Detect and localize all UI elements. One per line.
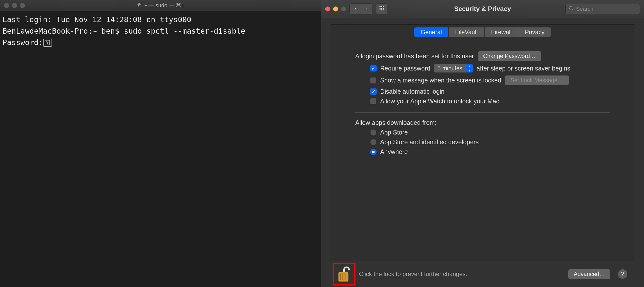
tab-segment: General FileVault Firewall Privacy [414, 27, 551, 37]
show-message-checkbox[interactable] [370, 77, 377, 84]
svg-point-9 [569, 6, 572, 9]
system-preferences-window: ‹ › Security & Privacy Search [321, 0, 644, 287]
help-icon: ? [621, 270, 624, 277]
zoom-button[interactable] [341, 7, 346, 12]
svg-point-1 [381, 6, 382, 7]
set-lock-message-button[interactable]: Set Lock Message… [504, 75, 569, 86]
svg-point-7 [381, 10, 382, 10]
grid-icon [379, 6, 384, 13]
search-icon [568, 6, 574, 12]
terminal-title-text: ~ — sudo — ⌘1 [144, 2, 184, 9]
require-password-label: Require password [380, 65, 430, 72]
search-input[interactable]: Search [565, 4, 640, 14]
unlock-icon[interactable] [336, 265, 352, 283]
radio-anywhere-row: Anywhere [355, 148, 610, 155]
radio-anywhere[interactable] [370, 149, 377, 155]
login-password-row: A login password has been set for this u… [355, 51, 610, 61]
svg-point-6 [380, 10, 380, 10]
advanced-button[interactable]: Advanced… [568, 269, 611, 279]
popup-stepper-icon: ▲▼ [466, 64, 473, 73]
allow-watch-checkbox[interactable] [370, 98, 377, 105]
home-icon [137, 2, 142, 9]
radio-app-store-row: App Store [355, 129, 610, 136]
tab-privacy[interactable]: Privacy [518, 28, 551, 37]
allow-watch-row: Allow your Apple Watch to unlock your Ma… [355, 98, 610, 105]
svg-point-4 [381, 8, 382, 9]
disable-auto-login-label: Disable automatic login [380, 88, 444, 95]
close-button[interactable] [325, 7, 330, 12]
tab-bar: General FileVault Firewall Privacy [330, 25, 635, 37]
lock-help-text: Click the lock to prevent further change… [359, 270, 467, 277]
svg-point-3 [380, 8, 380, 9]
terminal-title: ~ — sudo — ⌘1 [0, 2, 321, 9]
svg-point-0 [380, 6, 380, 7]
require-password-suffix: after sleep or screen saver begins [476, 65, 570, 72]
radio-anywhere-label: Anywhere [380, 148, 408, 155]
forward-button[interactable]: › [361, 4, 372, 15]
radio-identified-label: App Store and identified developers [380, 139, 479, 146]
general-pane: A login password has been set for this u… [330, 37, 635, 165]
require-password-checkbox[interactable]: ✓ [370, 65, 377, 72]
login-password-text: A login password has been set for this u… [355, 53, 474, 60]
prefs-footer: Click the lock to prevent further change… [330, 261, 635, 287]
terminal-password-prompt: Password: [2, 38, 43, 47]
help-button[interactable]: ? [618, 269, 628, 279]
back-button[interactable]: ‹ [350, 4, 361, 15]
minimize-button[interactable] [12, 3, 17, 8]
change-password-button[interactable]: Change Password… [478, 51, 542, 61]
svg-line-10 [572, 9, 573, 10]
prefs-traffic-lights [325, 7, 346, 12]
disable-auto-login-row: ✓ Disable automatic login [355, 88, 610, 95]
terminal-line-2: BenLawdeMacBook-Pro:~ ben$ sudo spctl --… [2, 27, 245, 35]
prefs-body: General FileVault Firewall Privacy A log… [321, 18, 644, 287]
show-message-label: Show a message when the screen is locked [380, 77, 501, 84]
prefs-toolbar: ‹ › Security & Privacy Search [321, 0, 644, 18]
zoom-button[interactable] [20, 3, 25, 8]
radio-app-store-label: App Store [380, 129, 408, 136]
svg-point-2 [383, 6, 384, 7]
allow-apps-heading: Allow apps downloaded from: [355, 119, 437, 126]
chevron-right-icon: › [366, 6, 368, 13]
terminal-traffic-lights [0, 3, 25, 8]
require-password-delay-popup[interactable]: 5 minutes ▲▼ [434, 64, 473, 73]
disable-auto-login-checkbox[interactable]: ✓ [370, 88, 377, 95]
lock-highlight [332, 262, 356, 285]
close-button[interactable] [4, 3, 9, 8]
require-password-delay-value: 5 minutes [434, 65, 466, 72]
prefs-pane: General FileVault Firewall Privacy A log… [330, 25, 635, 261]
tab-general[interactable]: General [414, 28, 448, 37]
terminal-line-1: Last login: Tue Nov 12 14:28:08 on ttys0… [2, 15, 192, 24]
terminal-titlebar: ~ — sudo — ⌘1 [0, 0, 321, 11]
svg-point-5 [383, 8, 384, 9]
minimize-button[interactable] [333, 7, 338, 12]
key-icon: ⚿ [43, 39, 52, 47]
allow-apps-heading-row: Allow apps downloaded from: [355, 119, 610, 126]
terminal-window: ~ — sudo — ⌘1 Last login: Tue Nov 12 14:… [0, 0, 321, 287]
chevron-left-icon: ‹ [354, 6, 356, 13]
separator [355, 112, 610, 113]
allow-watch-label: Allow your Apple Watch to unlock your Ma… [380, 98, 499, 105]
tab-firewall[interactable]: Firewall [485, 28, 518, 37]
svg-rect-11 [338, 272, 348, 282]
show-all-button[interactable] [376, 4, 387, 15]
require-password-row: ✓ Require password 5 minutes ▲▼ after sl… [355, 64, 610, 73]
svg-point-8 [383, 10, 384, 10]
nav-buttons: ‹ › [350, 4, 372, 15]
terminal-body[interactable]: Last login: Tue Nov 12 14:28:08 on ttys0… [0, 11, 321, 287]
radio-identified-row: App Store and identified developers [355, 139, 610, 146]
search-placeholder: Search [576, 6, 594, 12]
radio-identified[interactable] [370, 139, 377, 145]
show-message-row: Show a message when the screen is locked… [355, 75, 610, 86]
tab-filevault[interactable]: FileVault [448, 28, 485, 37]
radio-app-store[interactable] [370, 129, 377, 136]
